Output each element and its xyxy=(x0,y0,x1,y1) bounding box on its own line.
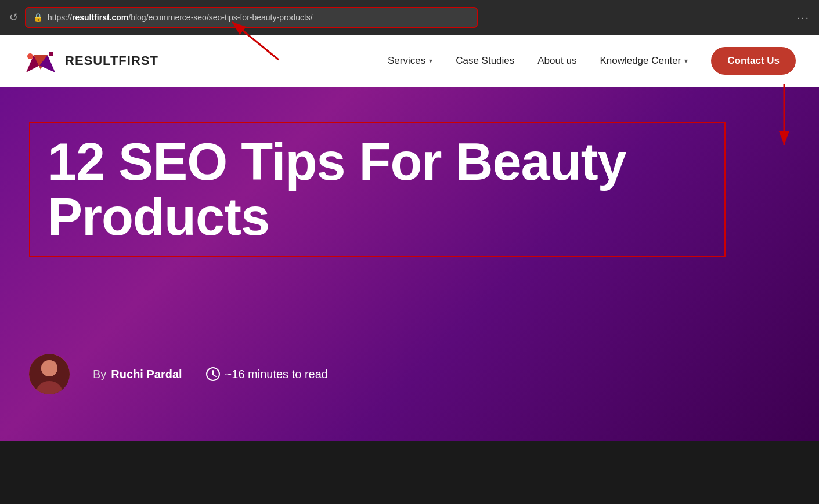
nav-about-us[interactable]: About us xyxy=(528,50,586,71)
url-display: https://resultfirst.com/blog/ecommerce-s… xyxy=(48,13,313,22)
clock-icon xyxy=(205,367,221,382)
author-avatar xyxy=(29,354,70,394)
nav-case-studies[interactable]: Case Studies xyxy=(446,50,524,71)
main-nav: Services ▾ Case Studies About us Knowled… xyxy=(378,47,796,75)
site-header: RESULTFIRST Services ▾ Case Studies Abou… xyxy=(0,35,819,87)
address-bar[interactable]: 🔒 https://resultfirst.com/blog/ecommerce… xyxy=(25,7,478,28)
read-time-text: ~16 minutes to read xyxy=(225,368,328,381)
contact-button[interactable]: Contact Us xyxy=(711,47,796,75)
svg-point-13 xyxy=(41,360,57,376)
logo-text: RESULTFIRST xyxy=(65,53,158,68)
hero-title: 12 SEO Tips For Beauty Products xyxy=(48,135,707,244)
browser-menu-icon[interactable]: ··· xyxy=(796,11,810,24)
logo-container[interactable]: RESULTFIRST xyxy=(23,43,158,78)
logo-icon xyxy=(23,43,58,78)
chevron-down-icon: ▾ xyxy=(429,57,432,65)
nav-services[interactable]: Services ▾ xyxy=(378,50,442,71)
browser-chrome: ↺ 🔒 https://resultfirst.com/blog/ecommer… xyxy=(0,0,819,35)
hero-title-box: 12 SEO Tips For Beauty Products xyxy=(29,122,726,257)
author-name: Ruchi Pardal xyxy=(111,368,182,381)
svg-point-7 xyxy=(49,52,53,56)
author-info: By Ruchi Pardal xyxy=(93,368,182,381)
lock-icon: 🔒 xyxy=(33,13,43,22)
read-time: ~16 minutes to read xyxy=(205,367,328,382)
hero-section: 12 SEO Tips For Beauty Products By Ruchi… xyxy=(0,87,819,441)
browser-controls: ↺ xyxy=(9,11,18,24)
author-by-label: By xyxy=(93,368,106,381)
svg-point-6 xyxy=(27,53,33,59)
hero-author-section: By Ruchi Pardal ~16 minutes to read xyxy=(29,354,790,394)
avatar-image xyxy=(29,354,70,394)
chevron-down-icon-2: ▾ xyxy=(684,57,688,65)
svg-line-16 xyxy=(213,375,216,376)
nav-knowledge-center[interactable]: Knowledge Center ▾ xyxy=(590,50,697,71)
reload-icon[interactable]: ↺ xyxy=(9,11,18,24)
